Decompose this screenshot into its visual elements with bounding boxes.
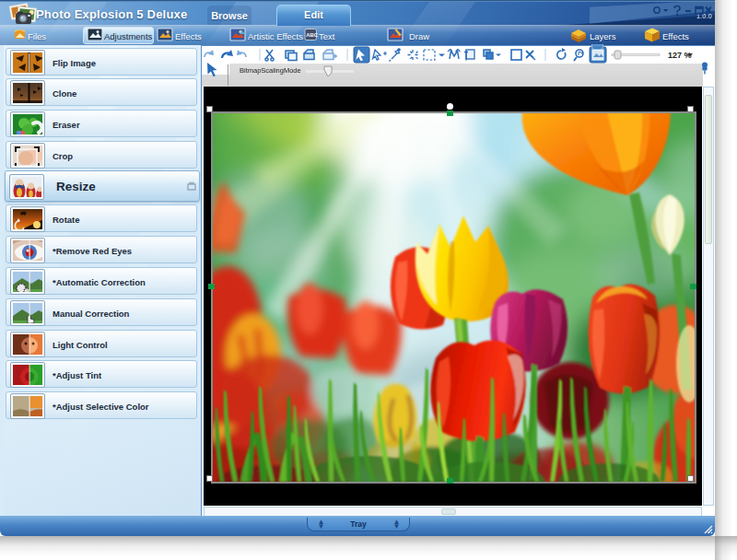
svg-text:BitmapScalingMode: BitmapScalingMode [240,66,301,75]
svg-text:ABC: ABC [306,32,319,38]
